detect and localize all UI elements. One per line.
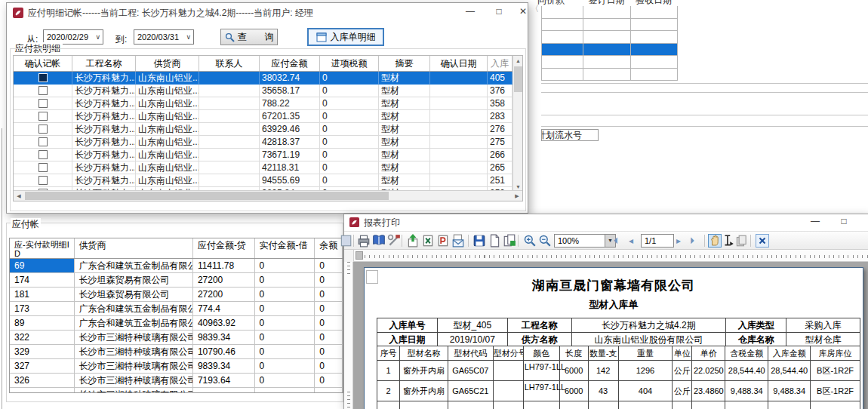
payable-detail-row[interactable]: 长沙万科魅力... 山东南山铝业... 788.22 0 型材 358 bbox=[14, 97, 514, 110]
to-date-select[interactable]: 2020/03/31 ∨ bbox=[134, 29, 194, 45]
bg-table-row[interactable] bbox=[542, 19, 678, 32]
minimize-button[interactable]: — bbox=[458, 3, 482, 21]
sidebar-toggle-icon[interactable] bbox=[339, 234, 352, 248]
cell-project: 长沙万科魅力... bbox=[72, 97, 136, 110]
payables-row[interactable]: 181 长沙坦森贸易有限公司 27200 0 0 bbox=[10, 288, 343, 302]
bg-column-contract-price[interactable]: 同价款 bbox=[528, 0, 574, 5]
column-header-credit[interactable]: 应付金额-贷 bbox=[193, 238, 255, 258]
next-page-button[interactable]: ▸ bbox=[676, 234, 690, 248]
hand-pan-tool-icon[interactable] bbox=[708, 234, 722, 248]
confirm-checkbox[interactable] bbox=[38, 125, 48, 134]
column-header-confirm[interactable]: 确认记帐 bbox=[14, 56, 72, 71]
payables-row[interactable]: 69 广东合和建筑五金制品有限公司 11411.78 0 0 bbox=[10, 259, 343, 273]
payables-row[interactable]: 326 长沙市三湘特种玻璃有限公司 7193.64 0 0 bbox=[10, 374, 343, 388]
chevron-down-icon[interactable]: ∨ bbox=[95, 30, 100, 44]
page-number-input[interactable]: 1/1 bbox=[641, 234, 674, 248]
cell-tax: 0 bbox=[320, 97, 379, 110]
export-excel-icon[interactable] bbox=[421, 234, 435, 248]
print-icon[interactable] bbox=[357, 234, 371, 248]
page-setup-icon[interactable] bbox=[372, 234, 386, 248]
copy-page-icon[interactable] bbox=[734, 234, 748, 248]
confirm-checkbox[interactable] bbox=[38, 99, 48, 108]
zoom-in-icon[interactable] bbox=[523, 234, 537, 248]
bg-table-row[interactable] bbox=[542, 6, 678, 19]
payable-detail-row[interactable]: 长沙万科魅力... 山东南山铝业... 73671.19 0 型材 266 bbox=[14, 149, 514, 161]
confirm-checkbox[interactable] bbox=[38, 73, 48, 82]
column-header-supplier[interactable]: 供货商 bbox=[136, 56, 199, 71]
payable-detail-row[interactable]: 长沙万科魅力... 山东南山铝业... 63929.46 0 型材 276 bbox=[14, 123, 514, 136]
column-header-debit[interactable]: 实付金额-借 bbox=[255, 238, 315, 258]
column-header-amount[interactable]: 应付金额 bbox=[260, 56, 320, 71]
confirm-checkbox[interactable] bbox=[38, 86, 48, 95]
inbound-detail-button[interactable]: 入库单明细 bbox=[307, 28, 384, 46]
single-page-view-icon[interactable] bbox=[488, 234, 501, 248]
column-header-inbound[interactable]: 入库 bbox=[488, 56, 512, 71]
scrollbar-thumb[interactable] bbox=[25, 192, 389, 200]
plan-serial-field[interactable]: 计划流水号 bbox=[541, 129, 599, 141]
close-button[interactable]: ✕ bbox=[511, 3, 535, 21]
text-select-tool-icon[interactable] bbox=[722, 234, 735, 248]
horizontal-scrollbar[interactable]: ◀ ▶ bbox=[14, 190, 522, 201]
settings-tools-icon[interactable] bbox=[387, 234, 401, 248]
bg-table-row[interactable] bbox=[542, 56, 678, 69]
report-preview-area[interactable]: 湖南亘晟门窗幕墙有限公司 型材入库单 入库单号 型材_405 工程名称 长沙万科… bbox=[353, 262, 868, 409]
maximize-button[interactable]: □ bbox=[487, 3, 511, 21]
payables-row[interactable]: 173 广东合和建筑五金制品有限公司 774.4 0 0 bbox=[10, 302, 343, 316]
bg-column-accept-date[interactable]: 验收日期 bbox=[630, 0, 677, 5]
payable-detail-row[interactable]: 长沙万科魅力... 山东南山铝业... 67201.35 0 型材 283 bbox=[14, 110, 514, 123]
vertical-scrollbar[interactable]: ▲ ▼ bbox=[512, 56, 522, 192]
scroll-left-icon[interactable]: ◀ bbox=[14, 191, 24, 201]
query-button[interactable]: 查 询 bbox=[220, 29, 278, 45]
payables-row[interactable]: 322 长沙市三湘特种玻璃有限公司 9839.34 0 0 bbox=[10, 331, 343, 345]
payables-row[interactable]: 329 长沙市三湘特种玻璃有限公司 10790.46 0 0 bbox=[10, 345, 343, 359]
payables-row[interactable]: 长沙市三湘特种玻璃有限公司 bbox=[10, 388, 343, 393]
confirm-checkbox[interactable] bbox=[38, 176, 48, 185]
first-page-button[interactable]: ⏴ bbox=[614, 234, 627, 248]
export-pdf-icon[interactable] bbox=[436, 234, 450, 248]
payable-detail-row[interactable]: 长沙万科魅力... 山东南山铝业... 38032.74 0 型材 405 bbox=[14, 72, 514, 85]
bg-table-row-selected[interactable] bbox=[542, 44, 678, 57]
column-header-summary[interactable]: 摘要 bbox=[379, 56, 430, 71]
column-header-contact[interactable]: 联系人 bbox=[199, 56, 260, 71]
payable-detail-row[interactable]: 长沙万科魅力... 山东南山铝业... 42118.31 0 型材 265 bbox=[14, 161, 514, 174]
payables-row[interactable]: 174 长沙坦森贸易有限公司 27200 0 0 bbox=[10, 273, 343, 288]
bg-table-row[interactable] bbox=[542, 31, 678, 44]
last-page-button[interactable]: ⏵ bbox=[690, 234, 703, 248]
payable-detail-row[interactable]: 长沙万科魅力... 山东南山铝业... 35658.17 0 型材 376 bbox=[14, 85, 514, 97]
report-empty-row bbox=[377, 401, 860, 409]
payables-row[interactable]: 327 长沙市三湘特种玻璃有限公司 9839.34 0 0 bbox=[10, 359, 343, 374]
chevron-down-icon[interactable]: ∨ bbox=[186, 30, 191, 44]
cell-balance: 0 bbox=[315, 345, 343, 359]
payables-row[interactable]: 89 广东合和建筑五金制品有限公司 40963.92 0 0 bbox=[10, 316, 343, 331]
close-preview-icon[interactable] bbox=[756, 234, 769, 248]
column-header-supplier[interactable]: 供货商 bbox=[75, 238, 193, 258]
confirm-checkbox[interactable] bbox=[38, 163, 48, 172]
scrollbar-thumb[interactable] bbox=[514, 66, 522, 92]
column-header-project[interactable]: 工程名称 bbox=[72, 56, 136, 71]
scroll-right-icon[interactable]: ▶ bbox=[512, 191, 522, 201]
payable-detail-row[interactable]: 长沙万科魅力... 山东南山铝业... 94555.69 0 型材 251 bbox=[14, 174, 514, 187]
zoom-level-select[interactable]: 100% ▼ bbox=[554, 234, 616, 248]
export-icon[interactable] bbox=[406, 234, 420, 248]
cell-amount: 788.22 bbox=[260, 97, 320, 110]
confirm-checkbox[interactable] bbox=[38, 112, 48, 121]
bg-column-sign-date[interactable]: 签订日期 bbox=[583, 0, 630, 5]
zoom-out-icon[interactable] bbox=[538, 234, 552, 248]
ruler-numbers bbox=[344, 275, 353, 390]
bg-table-row[interactable] bbox=[542, 69, 678, 81]
column-header-tax[interactable]: 进项税额 bbox=[320, 56, 379, 71]
close-button[interactable]: ✕ bbox=[860, 214, 868, 229]
send-mail-icon[interactable] bbox=[451, 234, 465, 248]
confirm-checkbox[interactable] bbox=[38, 137, 48, 146]
minimize-button[interactable]: — bbox=[803, 214, 827, 229]
payable-detail-row[interactable]: 长沙万科魅力... 山东南山铝业... 42818.37 0 型材 275 bbox=[14, 136, 514, 149]
scroll-up-icon[interactable]: ▲ bbox=[513, 56, 523, 66]
title-bar[interactable]: 应付明细记帐------当前工程: 长沙万科魅力之城4.2期------当前用户… bbox=[7, 3, 528, 23]
save-icon[interactable] bbox=[472, 234, 486, 248]
confirm-checkbox[interactable] bbox=[38, 150, 48, 159]
multi-page-view-icon[interactable] bbox=[503, 234, 516, 248]
maximize-button[interactable]: □ bbox=[832, 214, 856, 229]
column-header-id[interactable]: 应-实付款明细ID bbox=[10, 238, 75, 258]
column-header-confirm-date[interactable]: 确认日期 bbox=[430, 56, 488, 71]
title-bar[interactable]: 报表打印 — □ ✕ bbox=[344, 214, 868, 231]
